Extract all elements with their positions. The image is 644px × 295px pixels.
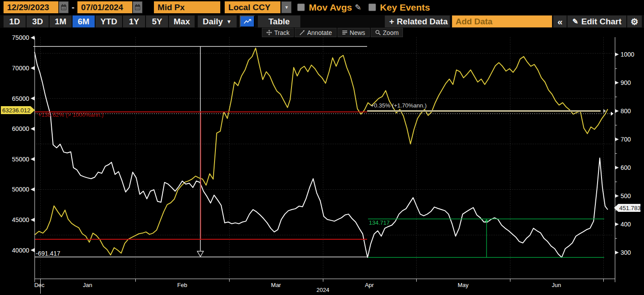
calendar-icon <box>134 4 141 11</box>
mov-avgs-checkbox[interactable] <box>297 4 305 11</box>
related-data-label: Related Data <box>397 17 448 27</box>
left-axis-tick <box>31 188 34 192</box>
annotate-label: Annotate <box>307 29 332 36</box>
right-axis-tick-label: 800 <box>621 107 631 115</box>
tab-period-5y[interactable]: 5Y <box>146 15 168 27</box>
date-range-separator: - <box>72 3 74 12</box>
magnifier-icon <box>375 30 381 35</box>
left-axis-tick <box>31 36 34 40</box>
yellow-series-last-value: 63236.012 <box>2 107 31 114</box>
zoom-button[interactable]: Zoom <box>371 28 403 37</box>
green-arrow[interactable] <box>485 219 489 222</box>
calendar-icon <box>61 4 67 11</box>
news-button[interactable]: News <box>337 28 370 37</box>
right-axis-tick-label: 700 <box>621 136 631 143</box>
left-axis-tick-label: 65000 <box>12 95 29 102</box>
chart-tools-toolbar: Track Annotate News Zoom <box>262 28 404 37</box>
frequency-value: Daily <box>203 17 222 27</box>
left-axis-tick-label: 40000 <box>12 247 29 254</box>
plus-icon: + <box>389 17 394 27</box>
track-button[interactable]: Track <box>262 28 294 37</box>
tab-period-ytd[interactable]: YTD <box>96 15 122 27</box>
x-axis-year-label: 2024 <box>317 287 330 293</box>
period-toolbar: 1D 3D 1M 6M YTD 1Y 5Y Max Daily ▼ Table … <box>0 15 644 28</box>
tab-period-1m[interactable]: 1M <box>50 15 72 27</box>
x-axis-month-label: Jan <box>83 282 92 288</box>
left-axis-tick <box>31 218 34 222</box>
left-axis-tick <box>31 157 34 161</box>
left-axis-tick-label: 55000 <box>12 156 29 163</box>
left-axis-tick-label: 50000 <box>12 186 29 193</box>
table-view-button[interactable]: Table <box>258 15 300 27</box>
news-lines-icon <box>342 30 348 35</box>
price-field-selector[interactable]: Mid Px <box>154 1 220 13</box>
white-measure-label[interactable]: -691.417 <box>36 250 60 257</box>
right-axis-tick-label: 1000 <box>621 51 634 58</box>
zoom-label: Zoom <box>383 29 399 36</box>
add-data-input[interactable] <box>452 15 552 27</box>
collapse-panel-button[interactable]: « <box>553 15 567 27</box>
tab-period-max[interactable]: Max <box>169 15 195 27</box>
tab-period-3d[interactable]: 3D <box>27 15 49 27</box>
line-chart-icon <box>243 18 251 25</box>
right-axis-tick <box>615 166 619 170</box>
mov-avgs-edit-pencil-icon[interactable]: ✎ <box>355 3 361 12</box>
left-axis-tick <box>31 248 34 252</box>
line-chart-view-button[interactable] <box>240 15 255 27</box>
x-axis-month-label: Mar <box>271 282 281 288</box>
news-label: News <box>350 29 365 36</box>
right-axis-tick-label: 300 <box>621 249 631 256</box>
x-axis-month-label: May <box>458 282 469 288</box>
left-axis-tick <box>31 96 34 100</box>
end-date-value: 07/01/2024 <box>81 3 123 12</box>
right-axis-tick <box>615 81 619 85</box>
right-axis-tick <box>615 53 619 57</box>
start-date-value: 12/29/2023 <box>7 3 49 12</box>
right-axis-tick-label: 500 <box>621 192 631 199</box>
x-axis-month-label: Feb <box>177 282 187 288</box>
white-series-last-value: 451.783 <box>619 205 641 211</box>
currency-value: Local CCY <box>228 3 270 12</box>
track-crosshair-icon <box>266 30 272 35</box>
last-price-arrow[interactable] <box>611 112 613 116</box>
x-axis-month-label: Jun <box>552 282 561 288</box>
currency-selector[interactable]: Local CCY <box>225 1 280 13</box>
currency-dropdown-button[interactable]: ▼ <box>281 1 291 13</box>
x-axis-month-label: Apr <box>365 282 374 288</box>
left-axis-tick-label: 75000 <box>12 34 29 41</box>
chevron-down-icon: ▼ <box>226 19 232 25</box>
tab-period-1d[interactable]: 1D <box>4 15 26 27</box>
khaki-label[interactable]: +0.35% (+1.70%ann.) <box>371 102 426 109</box>
start-date-field[interactable]: 12/29/2023 <box>4 1 58 13</box>
key-events-checkbox[interactable] <box>368 4 376 11</box>
green-measure-label[interactable]: 134.717 <box>369 219 390 226</box>
left-axis-tick-label: 60000 <box>12 125 29 132</box>
right-axis-tick <box>615 194 619 198</box>
x-axis-month-label: Dec <box>34 282 45 288</box>
white-measure-arrow[interactable] <box>197 251 203 257</box>
start-date-calendar-button[interactable] <box>59 1 69 13</box>
chevron-down-icon: ▼ <box>284 5 289 10</box>
chart-settings-gear-button[interactable]: ⚙ <box>627 15 642 27</box>
edit-chart-button[interactable]: ✎ Edit Chart <box>567 15 626 27</box>
end-date-field[interactable]: 07/01/2024 <box>77 1 132 13</box>
frequency-dropdown[interactable]: Daily ▼ <box>198 15 237 27</box>
right-axis-tick-label: 900 <box>621 79 631 86</box>
tab-period-6m-selected[interactable]: 6M <box>73 15 95 27</box>
end-date-calendar-button[interactable] <box>133 1 142 13</box>
yellow-series-line[interactable] <box>34 48 608 255</box>
mov-avgs-label[interactable]: Mov Avgs <box>309 2 352 13</box>
annotate-pencil-icon <box>299 30 305 35</box>
white-series-line[interactable] <box>34 52 608 257</box>
tab-period-1y[interactable]: 1Y <box>123 15 145 27</box>
right-axis-tick <box>615 138 619 142</box>
price-chart-canvas[interactable]: -691.417+138.62% (> 1000%ann.)+0.35% (+1… <box>0 0 644 295</box>
right-axis-tick <box>615 222 619 226</box>
left-axis-tick-label: 45000 <box>12 216 29 223</box>
annotate-button[interactable]: Annotate <box>295 28 336 37</box>
key-events-label[interactable]: Key Events <box>380 2 430 13</box>
related-data-button[interactable]: + Related Data <box>385 15 450 27</box>
left-axis-tick-label: 70000 <box>12 65 29 72</box>
red-measure-label[interactable]: +138.62% (> 1000%ann.) <box>38 111 104 118</box>
right-axis-tick-label: 400 <box>621 221 631 228</box>
